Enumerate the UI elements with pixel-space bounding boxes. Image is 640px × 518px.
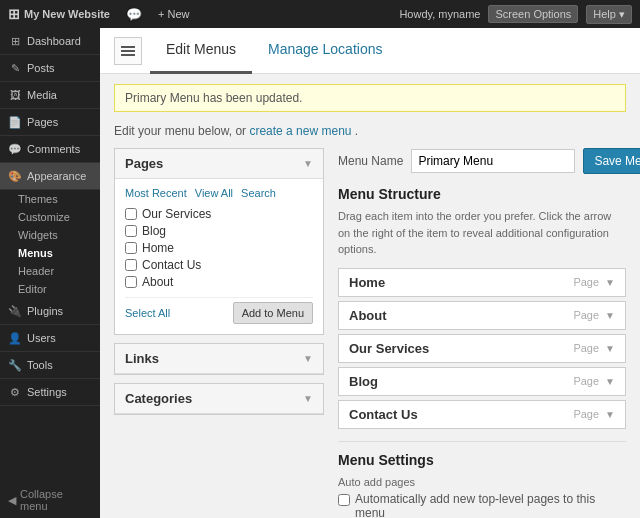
menu-item-right: Page ▼ — [573, 375, 615, 387]
sidebar-label: Dashboard — [27, 35, 81, 47]
sidebar-sub-themes[interactable]: Themes — [0, 190, 100, 208]
menu-item-right: Page ▼ — [573, 276, 615, 288]
auto-add-label: Auto add pages — [338, 476, 626, 488]
filter-links: Most Recent View All Search — [125, 187, 313, 199]
menu-item-label: Home — [349, 275, 385, 290]
list-item: Our Services — [125, 207, 313, 221]
content-area: Edit your menu below, or create a new me… — [100, 118, 640, 518]
list-item: Blog — [125, 224, 313, 238]
sidebar-sub-menus[interactable]: Menus — [0, 244, 100, 262]
left-panel: Pages ▼ Most Recent View All Search — [114, 148, 324, 518]
create-menu-link[interactable]: create a new menu — [249, 124, 351, 138]
help-button[interactable]: Help ▾ — [586, 5, 632, 24]
page-label: Our Services — [142, 207, 211, 221]
menu-name-label: Menu Name — [338, 154, 403, 168]
svg-rect-0 — [121, 46, 135, 48]
sidebar-sub-header[interactable]: Header — [0, 262, 100, 280]
chevron-down-icon: ▼ — [303, 393, 313, 404]
sidebar-item-media[interactable]: 🖼 Media — [0, 82, 100, 109]
sidebar-item-settings[interactable]: ⚙ Settings — [0, 379, 100, 406]
menu-item[interactable]: Blog Page ▼ — [338, 367, 626, 396]
auto-add-checkbox[interactable] — [338, 494, 350, 506]
page-header-icon — [114, 37, 142, 65]
update-notice: Primary Menu has been updated. — [114, 84, 626, 112]
page-checkbox-about[interactable] — [125, 276, 137, 288]
collapse-label: Collapse menu — [20, 488, 92, 512]
menu-structure-title: Menu Structure — [338, 186, 626, 202]
site-name[interactable]: ⊞ My New Website — [8, 6, 110, 22]
sidebar-item-pages[interactable]: 📄 Pages — [0, 109, 100, 136]
sidebar-sub-editor[interactable]: Editor — [0, 280, 100, 298]
page-checkbox-contact-us[interactable] — [125, 259, 137, 271]
page-label: Contact Us — [142, 258, 201, 272]
tab-edit-menus[interactable]: Edit Menus — [150, 28, 252, 74]
sidebar-label: Users — [27, 332, 56, 344]
menu-settings: Menu Settings Auto add pages Automatical… — [338, 441, 626, 519]
links-accordion-header[interactable]: Links ▼ — [115, 344, 323, 374]
pages-accordion-header[interactable]: Pages ▼ — [115, 149, 323, 179]
save-menu-button[interactable]: Save Menu — [583, 148, 640, 174]
menu-items-list: Home Page ▼ About Page ▼ — [338, 268, 626, 429]
page-checkbox-our-services[interactable] — [125, 208, 137, 220]
wp-icon: ⊞ — [8, 6, 20, 22]
sidebar-item-users[interactable]: 👤 Users — [0, 325, 100, 352]
sidebar-label: Tools — [27, 359, 53, 371]
pages-accordion: Pages ▼ Most Recent View All Search — [114, 148, 324, 335]
new-button[interactable]: + New — [158, 8, 190, 20]
menu-name-row: Menu Name Save Menu — [338, 148, 626, 174]
sidebar-item-tools[interactable]: 🔧 Tools — [0, 352, 100, 379]
menu-item[interactable]: Our Services Page ▼ — [338, 334, 626, 363]
filter-most-recent[interactable]: Most Recent — [125, 187, 187, 199]
sidebar-label: Plugins — [27, 305, 63, 317]
page-label: About — [142, 275, 173, 289]
links-accordion: Links ▼ — [114, 343, 324, 375]
chevron-down-icon: ▼ — [303, 353, 313, 364]
chevron-down-icon[interactable]: ▼ — [605, 376, 615, 387]
sidebar-sub-widgets[interactable]: Widgets — [0, 226, 100, 244]
chevron-down-icon[interactable]: ▼ — [605, 409, 615, 420]
menu-item-type: Page — [573, 342, 599, 354]
users-icon: 👤 — [8, 331, 22, 345]
filter-view-all[interactable]: View All — [195, 187, 233, 199]
svg-rect-1 — [121, 50, 135, 52]
svg-rect-2 — [121, 54, 135, 56]
sidebar-item-dashboard[interactable]: ⊞ Dashboard — [0, 28, 100, 55]
top-bar: ⊞ My New Website 💬 + New Howdy, myname S… — [0, 0, 640, 28]
chevron-down-icon[interactable]: ▼ — [605, 343, 615, 354]
categories-accordion-header[interactable]: Categories ▼ — [115, 384, 323, 414]
sidebar-label: Comments — [27, 143, 80, 155]
add-to-menu-button[interactable]: Add to Menu — [233, 302, 313, 324]
menu-item-type: Page — [573, 408, 599, 420]
screen-options-button[interactable]: Screen Options — [488, 5, 578, 23]
sidebar-item-posts[interactable]: ✎ Posts — [0, 55, 100, 82]
menu-item[interactable]: About Page ▼ — [338, 301, 626, 330]
comments-icon: 💬 — [8, 142, 22, 156]
tab-manage-locations[interactable]: Manage Locations — [252, 28, 398, 74]
sidebar-item-appearance[interactable]: 🎨 Appearance — [0, 163, 100, 190]
page-header: Edit Menus Manage Locations — [100, 28, 640, 74]
menu-item-label: About — [349, 308, 387, 323]
list-item: About — [125, 275, 313, 289]
menu-item-label: Our Services — [349, 341, 429, 356]
menu-item-right: Page ▼ — [573, 309, 615, 321]
comments-icon-top[interactable]: 💬 — [126, 7, 142, 22]
sidebar-item-comments[interactable]: 💬 Comments — [0, 136, 100, 163]
collapse-menu[interactable]: ◀ Collapse menu — [0, 482, 100, 518]
chevron-down-icon[interactable]: ▼ — [605, 277, 615, 288]
page-checkbox-home[interactable] — [125, 242, 137, 254]
menu-name-input[interactable] — [411, 149, 575, 173]
menu-item[interactable]: Contact Us Page ▼ — [338, 400, 626, 429]
select-all-link[interactable]: Select All — [125, 307, 170, 319]
settings-icon: ⚙ — [8, 385, 22, 399]
sidebar-label: Pages — [27, 116, 58, 128]
main-content: Edit Menus Manage Locations Primary Menu… — [100, 28, 640, 518]
page-checkbox-blog[interactable] — [125, 225, 137, 237]
sidebar-item-plugins[interactable]: 🔌 Plugins — [0, 298, 100, 325]
menu-item-right: Page ▼ — [573, 342, 615, 354]
sidebar-label: Media — [27, 89, 57, 101]
menu-structure-desc: Drag each item into the order you prefer… — [338, 208, 626, 258]
menu-item[interactable]: Home Page ▼ — [338, 268, 626, 297]
sidebar-sub-customize[interactable]: Customize — [0, 208, 100, 226]
filter-search[interactable]: Search — [241, 187, 276, 199]
chevron-down-icon[interactable]: ▼ — [605, 310, 615, 321]
